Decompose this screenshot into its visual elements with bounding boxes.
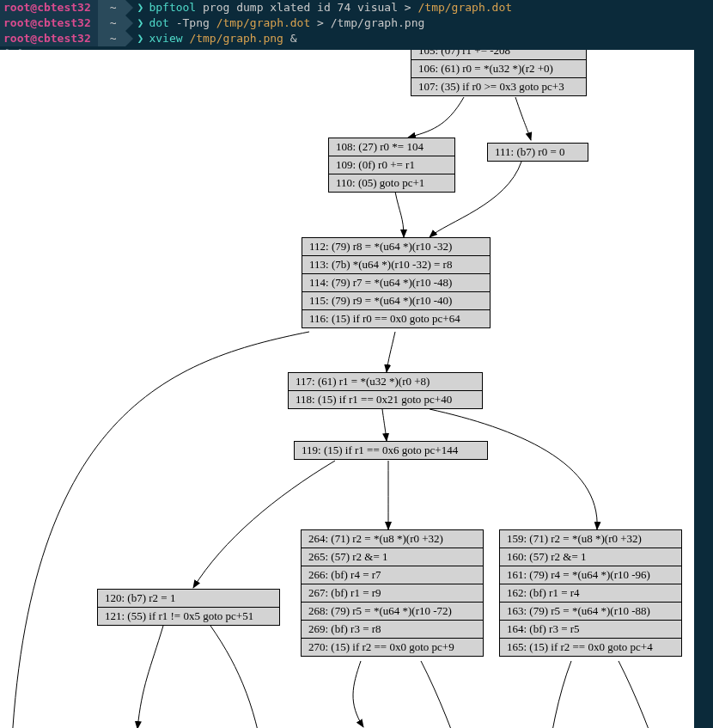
bpf-instr: 160: (57) r2 &= 1 bbox=[500, 548, 681, 566]
bpf-instr: 110: (05) goto pc+1 bbox=[329, 174, 454, 192]
bpf-instr: 267: (bf) r1 = r9 bbox=[302, 584, 483, 603]
bpf-instr: 111: (b7) r0 = 0 bbox=[488, 144, 588, 161]
command-args: > /tmp/graph.png bbox=[310, 15, 424, 31]
bpf-instr: 162: (bf) r1 = r4 bbox=[500, 584, 681, 603]
bpf-instr: 119: (15) if r1 == 0x6 goto pc+144 bbox=[295, 442, 487, 459]
bpf-instr: 108: (27) r0 *= 104 bbox=[329, 138, 454, 156]
bpf-node: 120: (b7) r2 = 1 121: (55) if r1 != 0x5 … bbox=[97, 589, 280, 626]
bpf-instr: 165: (15) if r2 == 0x0 goto pc+4 bbox=[500, 639, 681, 656]
image-viewer[interactable]: 105: (07) r1 += -208 106: (61) r0 = *(u3… bbox=[0, 50, 694, 728]
bpf-instr: 113: (7b) *(u64 *)(r10 -32) = r8 bbox=[302, 256, 490, 274]
command-exec: bpftool bbox=[149, 0, 196, 15]
bpf-instr: 268: (79) r5 = *(u64 *)(r10 -72) bbox=[302, 603, 483, 621]
bpf-instr: 121: (55) if r1 != 0x5 goto pc+51 bbox=[98, 608, 279, 625]
command-args: prog dump xlated id 74 visual > bbox=[196, 0, 417, 15]
bpf-instr: 117: (61) r1 = *(u32 *)(r0 +8) bbox=[289, 373, 482, 391]
bpf-instr: 109: (0f) r0 += r1 bbox=[329, 156, 454, 174]
prompt-path: ~ bbox=[98, 15, 125, 31]
prompt-path: ~ bbox=[98, 0, 125, 15]
bpf-instr: 118: (15) if r1 == 0x21 goto pc+40 bbox=[289, 391, 482, 408]
bpf-node: 117: (61) r1 = *(u32 *)(r0 +8) 118: (15)… bbox=[288, 372, 483, 409]
bpf-node: 105: (07) r1 += -208 106: (61) r0 = *(u3… bbox=[411, 50, 587, 96]
bpf-node: 112: (79) r8 = *(u64 *)(r10 -32) 113: (7… bbox=[302, 237, 491, 328]
bpf-node: 108: (27) r0 *= 104 109: (0f) r0 += r1 1… bbox=[328, 138, 455, 193]
bpf-instr: 269: (bf) r3 = r8 bbox=[302, 621, 483, 639]
command-exec: xview bbox=[149, 31, 182, 46]
prompt-host: root@cbtest32 bbox=[0, 0, 98, 15]
command-path: /tmp/graph.dot bbox=[417, 0, 512, 15]
bpf-instr: 266: (bf) r4 = r7 bbox=[302, 566, 483, 584]
bpf-instr: 114: (79) r7 = *(u64 *)(r10 -48) bbox=[302, 274, 490, 292]
bpf-instr: 116: (15) if r0 == 0x0 goto pc+64 bbox=[302, 310, 490, 327]
command-args: & bbox=[283, 31, 297, 46]
bpf-node: 264: (71) r2 = *(u8 *)(r0 +32) 265: (57)… bbox=[301, 529, 484, 657]
bpf-node: 119: (15) if r1 == 0x6 goto pc+144 bbox=[294, 441, 488, 460]
terminal-line[interactable]: root@cbtest32 ~ ❯ dot -Tpng /tmp/graph.d… bbox=[0, 15, 713, 31]
bpf-node: 111: (b7) r0 = 0 bbox=[487, 143, 588, 162]
bpf-instr: 264: (71) r2 = *(u8 *)(r0 +32) bbox=[302, 530, 483, 548]
terminal-line[interactable]: root@cbtest32 ~ ❯ bpftool prog dump xlat… bbox=[0, 0, 713, 15]
bpf-instr: 115: (79) r9 = *(u64 *)(r10 -40) bbox=[302, 292, 490, 310]
command-exec: dot bbox=[149, 15, 168, 31]
prompt-path: ~ bbox=[98, 31, 125, 46]
bpf-instr: 265: (57) r2 &= 1 bbox=[302, 548, 483, 566]
bpf-instr: 164: (bf) r3 = r5 bbox=[500, 621, 681, 639]
prompt-host: root@cbtest32 bbox=[0, 15, 98, 31]
graph-canvas[interactable]: 105: (07) r1 += -208 106: (61) r0 = *(u3… bbox=[0, 50, 694, 728]
command-path: /tmp/graph.dot bbox=[216, 15, 311, 31]
bpf-instr: 163: (79) r5 = *(u64 *)(r10 -88) bbox=[500, 603, 681, 621]
bpf-instr: 105: (07) r1 += -208 bbox=[411, 50, 586, 60]
command-args: -Tpng bbox=[169, 15, 216, 31]
bpf-instr: 107: (35) if r0 >= 0x3 goto pc+3 bbox=[411, 78, 586, 95]
bpf-instr: 159: (71) r2 = *(u8 *)(r0 +32) bbox=[500, 530, 681, 548]
bpf-instr: 161: (79) r4 = *(u64 *)(r10 -96) bbox=[500, 566, 681, 584]
bpf-node: 159: (71) r2 = *(u8 *)(r0 +32) 160: (57)… bbox=[499, 529, 682, 657]
bpf-instr: 270: (15) if r2 == 0x0 goto pc+9 bbox=[302, 639, 483, 656]
bpf-instr: 112: (79) r8 = *(u64 *)(r10 -32) bbox=[302, 238, 490, 256]
bpf-instr: 106: (61) r0 = *(u32 *)(r2 +0) bbox=[411, 60, 586, 78]
command-path: /tmp/graph.png bbox=[189, 31, 283, 46]
terminal-line[interactable]: root@cbtest32 ~ ❯ xview /tmp/graph.png & bbox=[0, 31, 713, 46]
command-args bbox=[183, 31, 190, 46]
prompt-host: root@cbtest32 bbox=[0, 31, 98, 46]
bpf-instr: 120: (b7) r2 = 1 bbox=[98, 590, 279, 608]
